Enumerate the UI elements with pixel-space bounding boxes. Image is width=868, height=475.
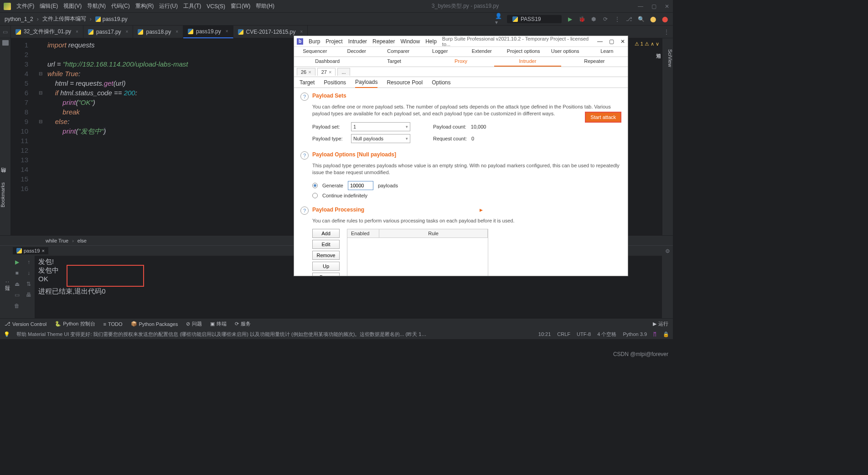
problems-tool[interactable]: ⊘ 问题 — [186, 320, 202, 327]
notify-icon[interactable]: ⬤ — [661, 15, 668, 23]
burp-tab-proxy[interactable]: Proxy — [428, 57, 494, 67]
status-indent[interactable]: 4 个空格 — [597, 331, 616, 338]
editor-tab[interactable]: pass18.py× — [133, 26, 183, 38]
subtab-resource-pool[interactable]: Resource Pool — [387, 77, 423, 88]
burp-menu-intruder[interactable]: Intruder — [348, 38, 367, 45]
up-button[interactable]: Up — [312, 262, 340, 271]
editor-tab[interactable]: 32_文件操作_01.py× — [11, 26, 83, 38]
remove-button[interactable]: Remove — [312, 251, 340, 260]
search-icon[interactable]: 🔍 — [637, 15, 645, 23]
up-icon[interactable]: ↑ — [25, 258, 32, 266]
bc-file[interactable]: pass19.py — [95, 16, 128, 22]
project-tool-button[interactable]: ▭ — [0, 26, 11, 38]
more-icon[interactable]: ⋮ — [614, 15, 621, 23]
python-console-tool[interactable]: 🐍 Python 控制台 — [55, 320, 95, 327]
menu-run[interactable]: 运行(U) — [159, 2, 178, 10]
services-tool[interactable]: ⟳ 服务 — [235, 320, 251, 327]
subtab-options[interactable]: Options — [432, 77, 450, 88]
editor-tab[interactable]: pass17.py× — [83, 26, 134, 38]
run-tool[interactable]: ▶ 运行 — [653, 320, 668, 327]
play-icon[interactable]: ▶ — [566, 15, 574, 23]
trash-icon[interactable]: 🗑 — [13, 302, 21, 310]
bookmarks-tool[interactable]: Bookmarks — [0, 182, 11, 207]
lock-icon[interactable]: 🔒 — [663, 331, 669, 337]
help-icon[interactable]: ? — [300, 151, 309, 160]
burp-tab-user-options[interactable]: User options — [544, 47, 586, 57]
status-eol[interactable]: CRLF — [557, 331, 570, 337]
close-icon[interactable]: × — [300, 29, 303, 34]
bc-root[interactable]: python_1_2 — [5, 16, 33, 22]
burp-menu-window[interactable]: Window — [400, 38, 420, 45]
burp-tab-project-options[interactable]: Project options — [503, 47, 545, 57]
close-icon[interactable]: × — [176, 29, 178, 34]
menu-vcs[interactable]: VCS(S) — [207, 3, 225, 10]
todo-tool[interactable]: ≡ TODO — [103, 321, 123, 327]
burp-tab-target[interactable]: Target — [361, 57, 427, 67]
intruder-tab-more[interactable]: ... — [337, 68, 350, 76]
folder-icon[interactable] — [2, 40, 9, 46]
burp-tab-learn[interactable]: Learn — [586, 47, 628, 57]
col-enabled[interactable]: Enabled — [347, 229, 379, 238]
continue-radio[interactable] — [312, 193, 318, 198]
start-attack-button[interactable]: Start attack — [585, 112, 621, 123]
editor-tab-active[interactable]: pass19.py× — [183, 26, 233, 38]
generate-count-input[interactable] — [348, 181, 373, 190]
intruder-tab-26[interactable]: 26× — [297, 68, 315, 76]
burp-tab-intruder[interactable]: Intruder — [494, 57, 561, 67]
terminal-tool[interactable]: ▣ 终端 — [210, 320, 227, 327]
bulb-icon[interactable]: 💡 — [4, 331, 10, 337]
processing-rules-table[interactable]: Enabled Rule — [347, 229, 488, 276]
git-icon[interactable]: ⎇ — [625, 15, 633, 23]
stop-icon[interactable]: ■ — [13, 269, 21, 277]
profile-icon[interactable]: ⟳ — [602, 15, 609, 23]
status-python[interactable]: Python 3.9 — [623, 331, 647, 337]
close-icon[interactable]: × — [329, 69, 331, 75]
burp-menu-help[interactable]: Help — [425, 38, 437, 45]
help-icon[interactable]: ? — [300, 93, 309, 101]
coverage-icon[interactable]: ⬢ — [590, 15, 597, 23]
burp-menu-burp[interactable]: Burp — [309, 38, 320, 45]
menu-navigate[interactable]: 导航(N) — [87, 2, 106, 10]
maximize-icon[interactable]: ▢ — [651, 3, 656, 10]
bc-folder[interactable]: 文件上传脚本编写 — [42, 15, 86, 23]
settings-icon[interactable]: ⬤ — [649, 15, 656, 23]
burp-tab-comparer[interactable]: Comparer — [377, 47, 419, 57]
payload-set-select[interactable]: 1▾ — [351, 122, 410, 131]
burp-menu-repeater[interactable]: Repeater — [372, 38, 395, 45]
close-icon[interactable]: × — [126, 29, 129, 34]
subtab-target[interactable]: Target — [300, 77, 315, 88]
code-content[interactable]: import requestsurl = "http://192.168.114… — [47, 40, 188, 193]
payload-type-select[interactable]: Null payloads▾ — [351, 134, 410, 143]
rerun-icon[interactable]: ▶ — [13, 258, 21, 266]
menu-help[interactable]: 帮助(H) — [256, 2, 274, 10]
menu-window[interactable]: 窗口(W) — [231, 2, 250, 10]
burp-tab-extender[interactable]: Extender — [461, 47, 503, 57]
close-icon[interactable]: ✕ — [665, 3, 669, 10]
sciview-tool[interactable]: SciView — [667, 49, 673, 67]
edit-button[interactable]: Edit — [312, 240, 340, 249]
user-icon[interactable]: 👤▾ — [495, 15, 502, 23]
menu-view[interactable]: 视图(V) — [63, 2, 82, 10]
status-encoding[interactable]: UTF-8 — [577, 331, 591, 337]
status-position[interactable]: 10:21 — [538, 331, 551, 337]
add-button[interactable]: Add — [312, 229, 340, 238]
exit-icon[interactable]: ⏏ — [13, 280, 21, 288]
help-icon[interactable]: ? — [300, 207, 309, 215]
inspection-badge[interactable]: ⚠ 1 ⚠ ∧ ∨ — [635, 41, 659, 47]
minimize-icon[interactable]: — — [597, 38, 603, 45]
minimize-icon[interactable]: — — [638, 3, 643, 10]
burp-tab-repeater[interactable]: Repeater — [561, 57, 628, 67]
down-icon[interactable]: ↓ — [25, 269, 32, 277]
close-icon[interactable]: ✕ — [620, 38, 625, 45]
burp-tab-dashboard[interactable]: Dashboard — [294, 57, 361, 67]
crumb-item[interactable]: while True — [46, 238, 68, 243]
run-tab[interactable]: pass19 × — [13, 247, 48, 254]
tabs-more-icon[interactable]: ⋮ — [663, 28, 670, 36]
generate-radio[interactable] — [312, 183, 318, 188]
close-icon[interactable]: × — [41, 248, 44, 253]
subtab-positions[interactable]: Positions — [324, 77, 346, 88]
close-icon[interactable]: × — [308, 69, 311, 75]
burp-menu-project[interactable]: Project — [326, 38, 342, 45]
subtab-payloads[interactable]: Payloads — [355, 77, 377, 88]
version-control-tool[interactable]: ⎇ Version Control — [5, 321, 46, 327]
